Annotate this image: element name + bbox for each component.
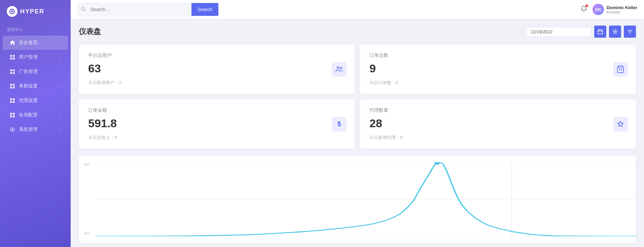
user-role: Founder [607,10,637,14]
chevron-icon: › [60,55,61,59]
sidebar-agent-label: 代理设置 [19,98,38,104]
stat-value-agent: 28 [369,117,627,130]
svg-rect-2 [10,55,12,57]
svg-rect-12 [10,86,12,89]
chart-y-label-4: 4个 [84,231,90,236]
svg-rect-8 [10,72,12,74]
svg-point-34 [337,67,339,69]
svg-rect-19 [13,113,15,115]
stat-sub-users: 今日新增用户：0 [88,80,345,86]
logo-text: HYPER [20,8,44,15]
notification-bell[interactable] [580,5,587,13]
svg-rect-18 [10,113,12,115]
page-actions [526,26,636,38]
svg-rect-6 [10,69,12,71]
global-icon [9,112,15,118]
svg-point-23 [12,129,13,131]
svg-rect-4 [10,58,12,60]
svg-rect-21 [13,115,15,117]
svg-rect-3 [13,55,15,57]
header: Search DK Dominic Keller Founder [71,0,644,19]
search-wrapper: Search [77,3,219,16]
stat-label-agent: 代理数量 [369,107,627,113]
svg-rect-20 [10,115,12,117]
chart-y-labels: 5个 4个 [84,162,90,236]
stat-label-orders: 订单总数 [369,52,627,59]
svg-rect-26 [598,30,603,34]
sidebar-logo: HYPER [0,0,71,23]
svg-rect-5 [13,58,15,60]
chevron-icon: › [60,99,61,103]
content: 仪表盘 [71,19,644,247]
svg-rect-17 [13,101,15,103]
sidebar-item-ads[interactable]: 广告管理 › [3,65,68,79]
sidebar-item-global[interactable]: 全局配置 › [3,108,68,122]
svg-rect-9 [13,72,15,74]
sidebar-nav: 后台首页 用户管理 › [0,35,71,137]
sidebar-item-users[interactable]: 用户管理 › [3,50,68,64]
notification-badge [585,4,588,7]
users-nav-icon [9,54,15,60]
home-icon [9,40,15,46]
header-right: DK Dominic Keller Founder [580,4,637,15]
stat-sub-amount: 今日总收入：0 [88,135,345,141]
sidebar-ads-label: 广告管理 [19,69,38,75]
chart-area [96,162,636,236]
stat-card-agent: 代理数量 28 今日新增代理：0 [360,99,636,149]
svg-rect-13 [13,86,15,89]
page-title: 仪表盘 [79,27,101,37]
sidebar-item-agent[interactable]: 代理设置 › [3,94,68,108]
system-icon [9,127,15,133]
chart-card: 5个 4个 [79,155,636,243]
search-input[interactable] [89,4,191,15]
sidebar-global-label: 全局配置 [19,112,38,118]
svg-rect-15 [13,98,15,100]
sidebar-item-cluster[interactable]: 单群设置 › [3,79,68,93]
stat-label-amount: 订单金额 [88,107,345,113]
date-input[interactable] [526,27,592,37]
sidebar-users-label: 用户管理 [19,54,38,60]
stat-value-orders: 9 [369,62,627,75]
stat-icon-orders [613,62,628,77]
user-name: Dominic Keller [607,5,637,10]
filter-button[interactable] [624,26,636,38]
chevron-icon: › [60,113,61,117]
chevron-icon: › [60,84,61,88]
svg-rect-11 [13,84,15,86]
calendar-button[interactable] [594,26,606,38]
settings-button[interactable] [609,26,621,38]
stat-value-amount: 591.8 [88,117,345,130]
svg-point-1 [11,10,13,12]
avatar: DK [593,4,604,15]
sidebar-item-home[interactable]: 后台首页 [3,36,68,50]
user-details: Dominic Keller Founder [607,5,637,14]
stats-grid: 平台总用户 63 今日新增用户：0 订单总数 9 今日订单数：0 [79,44,636,149]
search-icon [78,7,89,12]
sidebar-cluster-label: 单群设置 [19,83,38,89]
stat-label-users: 平台总用户 [88,52,345,59]
svg-rect-10 [10,84,12,86]
svg-rect-14 [10,98,12,100]
stat-sub-orders: 今日订单数：0 [369,80,627,86]
user-info[interactable]: DK Dominic Keller Founder [593,4,637,15]
stat-icon-amount: $ [332,117,347,132]
sidebar-item-system[interactable]: 系统管理 › [3,122,68,137]
ads-icon [9,69,15,75]
svg-line-25 [84,10,86,11]
sidebar-system-label: 系统管理 [19,127,38,133]
chart-y-label-5: 5个 [84,162,90,167]
chevron-icon: › [60,128,61,132]
sidebar: HYPER 管理中心 后台首页 用户管理 › [0,0,71,247]
agent-icon [9,98,15,104]
cluster-icon [9,83,15,89]
page-header: 仪表盘 [79,26,636,38]
sidebar-home-label: 后台首页 [19,40,38,46]
svg-point-35 [341,67,342,69]
stat-card-orders: 订单总数 9 今日订单数：0 [360,44,636,94]
chevron-icon: › [60,70,61,74]
stat-value-users: 63 [88,62,345,75]
main-content: Search DK Dominic Keller Founder [71,0,644,247]
search-button[interactable]: Search [191,3,218,16]
stat-card-amount: 订单金额 591.8 今日总收入：0 $ [79,99,355,149]
stat-sub-agent: 今日新增代理：0 [369,135,627,141]
